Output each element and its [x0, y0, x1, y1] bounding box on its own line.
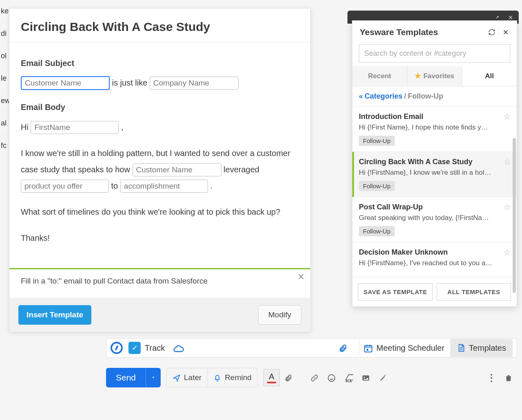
- editor-footer: Insert Template Modify: [9, 298, 310, 332]
- template-item[interactable]: Post Call Wrap-Up Great speaking with yo…: [352, 197, 517, 242]
- image-icon[interactable]: [357, 372, 374, 383]
- body-text: What sort of timelines do you think we'r…: [21, 204, 299, 220]
- template-item[interactable]: Introduction Email Hi {!First Name}, I h…: [352, 107, 517, 152]
- subject-static-text: is just like: [112, 78, 148, 87]
- template-item[interactable]: Decision Maker Unknown Hi {!FirstName}, …: [352, 242, 517, 277]
- track-label: Track: [145, 343, 165, 353]
- body-text: .: [210, 181, 212, 190]
- tab-favorites[interactable]: ★ Favorites: [407, 66, 462, 86]
- remind-label: Remind: [225, 373, 251, 382]
- body-text: ,: [121, 123, 124, 132]
- svg-point-3: [364, 377, 365, 378]
- partial-row: le: [0, 67, 9, 90]
- template-item[interactable]: Circling Back With A Case Study Hi {!Fir…: [352, 152, 517, 197]
- yesware-toolbar: ✓ Track Meeting Scheduler Templates: [106, 338, 517, 358]
- scrollbar[interactable]: [513, 138, 516, 293]
- svg-point-4: [491, 374, 492, 376]
- item-title: Introduction Email: [359, 112, 510, 121]
- item-title: Circling Back With A Case Study: [359, 158, 510, 166]
- document-icon: [457, 343, 466, 353]
- bell-icon: [213, 373, 221, 382]
- trash-icon[interactable]: [500, 372, 517, 383]
- body-text: to: [111, 181, 118, 190]
- salesforce-hint-text: Fill in a "to:" email to pull Contact da…: [21, 277, 208, 285]
- send-later-button[interactable]: Later: [166, 368, 208, 387]
- partial-row: fc: [0, 134, 9, 157]
- star-icon[interactable]: ☆: [504, 112, 511, 121]
- template-editor-panel: Circling Back With A Case Study Email Su…: [9, 8, 311, 332]
- template-body-area: Email Subject is just like Email Body Hi…: [9, 42, 310, 268]
- star-icon[interactable]: ☆: [504, 202, 511, 212]
- pen-icon[interactable]: [374, 372, 392, 383]
- breadcrumb-back[interactable]: «: [359, 92, 363, 101]
- send-button-group: Send: [106, 368, 161, 387]
- body-label: Email Body: [21, 99, 299, 115]
- drive-icon[interactable]: [340, 372, 357, 383]
- item-preview: Great speaking with you today, {!FirstNa…: [359, 214, 510, 222]
- subject-field-customer-name[interactable]: [21, 76, 110, 90]
- send-dropdown[interactable]: [146, 368, 161, 387]
- breadcrumb-sep: /: [404, 92, 406, 101]
- body-text: Hi: [21, 123, 29, 132]
- body-field-customer-name[interactable]: [133, 163, 221, 176]
- body-text: Thanks!: [21, 230, 299, 246]
- templates-label: Templates: [469, 343, 506, 353]
- separator: [359, 341, 359, 355]
- template-list[interactable]: Introduction Email Hi {!First Name}, I h…: [352, 107, 517, 277]
- item-tag: Follow-Up: [359, 181, 395, 191]
- yesware-logo-icon[interactable]: [111, 342, 123, 354]
- insert-template-button[interactable]: Insert Template: [18, 305, 91, 325]
- partial-row: ol: [0, 45, 9, 67]
- star-icon[interactable]: ☆: [504, 247, 511, 257]
- expand-icon[interactable]: [494, 13, 500, 21]
- templates-button[interactable]: Templates: [450, 339, 513, 357]
- text-format-button[interactable]: A: [263, 369, 280, 386]
- all-templates-button[interactable]: ALL TEMPLATES: [437, 283, 511, 301]
- panel-footer: SAVE AS TEMPLATE ALL TEMPLATES: [352, 277, 517, 306]
- svg-point-6: [491, 380, 492, 382]
- star-icon: ★: [415, 72, 421, 80]
- calendar-icon: [363, 343, 373, 353]
- send-icon: [173, 373, 181, 382]
- body-field-accomplishment[interactable]: [120, 180, 208, 193]
- meeting-scheduler-button[interactable]: Meeting Scheduler: [376, 343, 445, 353]
- star-icon[interactable]: ☆: [504, 157, 511, 167]
- body-field-product[interactable]: [21, 180, 109, 193]
- body-text: leveraged: [223, 165, 259, 174]
- partial-row: ew: [0, 90, 9, 112]
- link-icon[interactable]: [306, 372, 323, 383]
- modify-button[interactable]: Modify: [258, 305, 301, 325]
- close-hint-icon[interactable]: ✕: [297, 272, 305, 282]
- close-icon[interactable]: [502, 29, 509, 36]
- breadcrumb: « Categories / Follow-Up: [352, 86, 517, 107]
- compose-toolbar: Send Later Remind A: [106, 366, 517, 389]
- partial-row: ke: [0, 0, 9, 22]
- save-as-template-button[interactable]: SAVE AS TEMPLATE: [358, 283, 433, 301]
- cloud-icon[interactable]: [173, 342, 184, 354]
- panel-title: Yesware Templates: [360, 27, 438, 37]
- item-tag: Follow-Up: [359, 226, 395, 236]
- attach-filecServerSide-icon[interactable]: [280, 372, 297, 383]
- close-icon[interactable]: [507, 13, 514, 21]
- breadcrumb-categories[interactable]: Categories: [365, 92, 403, 101]
- remind-button[interactable]: Remind: [208, 368, 257, 387]
- tab-all[interactable]: All: [462, 66, 517, 86]
- tab-label: Favorites: [423, 72, 454, 80]
- send-button[interactable]: Send: [106, 368, 146, 387]
- refresh-icon[interactable]: [488, 29, 495, 36]
- tab-recent[interactable]: Recent: [352, 66, 407, 86]
- emoji-icon[interactable]: [323, 372, 340, 383]
- partial-row: di: [0, 22, 9, 45]
- body-field-firstname[interactable]: [31, 121, 119, 134]
- svg-point-5: [491, 377, 492, 379]
- search-input[interactable]: Search by content or #category: [359, 44, 510, 63]
- later-label: Later: [184, 373, 201, 382]
- more-icon[interactable]: [483, 372, 500, 383]
- item-tag: Follow-Up: [359, 136, 395, 146]
- item-preview: Hi {!FirstName}, I've reached out to you…: [359, 259, 510, 267]
- item-preview: Hi {!First Name}, I hope this note finds…: [359, 123, 510, 132]
- subject-field-company-name[interactable]: [150, 77, 239, 90]
- attachment-icon[interactable]: [338, 342, 347, 354]
- breadcrumb-current: Follow-Up: [408, 92, 443, 101]
- track-checkbox[interactable]: ✓: [128, 342, 141, 354]
